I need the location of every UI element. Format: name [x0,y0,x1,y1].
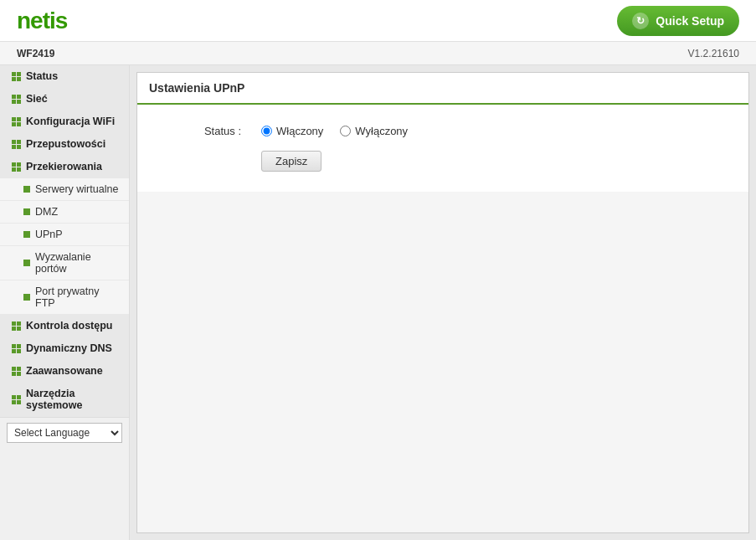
disabled-radio-label[interactable]: Wyłączony [340,125,408,137]
status-label: Status : [151,118,251,144]
sidebar-item-status[interactable]: Status [0,65,129,88]
narzedzia-icon [12,395,21,404]
sidebar-item-przekierowania[interactable]: Przekierowania [0,156,129,178]
sidebar-item-zaawansowane[interactable]: Zaawansowane [0,360,129,383]
sidebar-item-label: Zaawansowane [26,365,103,377]
sidebar-item-serwery-wirtualne[interactable]: Serwery wirtualne [0,178,129,201]
logo-text: netis [17,8,67,33]
quick-setup-label: Quick Setup [656,14,724,28]
kontrola-icon [12,321,21,331]
sidebar-item-label: Status [26,70,58,82]
save-label-cell [151,144,251,178]
content-inner: Ustawienia UPnP Status : Włączony [136,72,749,533]
content-body: Status : Włączony Wyłączony [137,105,748,192]
sidebar-item-przepustowosci[interactable]: Przepustowości [0,133,129,156]
logo: netis [17,8,67,34]
sidebar-item-label: Kontrola dostępu [26,320,112,332]
status-icon [12,72,21,81]
sidebar-item-konfiguracja-wifi[interactable]: Konfiguracja WiFi [0,111,129,133]
version: V1.2.21610 [688,48,739,59]
sidebar-item-label: Serwery wirtualne [35,183,118,195]
sidebar-item-narzedzia-systemowe[interactable]: Narzędzia systemowe [0,383,129,417]
status-radio-group: Włączony Wyłączony [261,125,725,137]
siec-icon [12,95,21,104]
sidebar-item-label: UPnP [35,229,63,240]
sidebar: Status Sieć Konfiguracja WiFi Przepustow… [0,65,130,540]
ddns-icon [12,344,21,353]
sidebar-item-dmz[interactable]: DMZ [0,201,129,224]
przekierowania-icon [12,162,21,172]
enabled-label: Włączony [276,125,323,137]
header: netis ↻ Quick Setup [0,0,756,42]
sidebar-item-label: Narzędzia systemowe [26,388,121,411]
sub-header: WF2419 V1.2.21610 [0,42,756,65]
save-button-cell: Zapisz [251,144,735,178]
dmz-icon [23,208,30,215]
przepustowosci-icon [12,140,21,149]
port-icon [23,294,30,301]
language-select-wrapper: Select Language English Polski Deutsch F… [0,417,129,448]
disabled-label: Wyłączony [355,125,408,137]
content-area: Ustawienia UPnP Status : Włączony [130,65,756,540]
wyzwalanie-icon [23,260,30,266]
device-name: WF2419 [17,48,54,59]
disabled-radio[interactable] [340,126,351,136]
main-layout: Status Sieć Konfiguracja WiFi Przepustow… [0,65,756,540]
sidebar-item-label: Wyzwalanie portów [35,251,121,275]
sidebar-item-label: DMZ [35,206,58,218]
sidebar-item-label: Przepustowości [26,138,105,150]
sidebar-item-label: Dynamiczny DNS [26,342,112,354]
status-controls: Włączony Wyłączony [251,118,735,144]
quick-setup-icon: ↻ [632,13,649,29]
wifi-icon [12,117,21,126]
sidebar-item-port-prywatny-ftp[interactable]: Port prywatny FTP [0,280,129,315]
zaawansowane-icon [12,367,21,376]
content-title: Ustawienia UPnP [137,73,748,105]
sidebar-item-upnp[interactable]: UPnP [0,224,129,246]
enabled-radio-label[interactable]: Włączony [261,125,323,137]
sidebar-item-label: Konfiguracja WiFi [26,116,115,127]
form-table: Status : Włączony Wyłączony [151,118,735,178]
serwery-icon [23,186,30,193]
upnp-icon [23,231,30,238]
sidebar-item-label: Sieć [26,93,48,105]
sidebar-item-siec[interactable]: Sieć [0,88,129,111]
sidebar-item-kontrola-dostepu[interactable]: Kontrola dostępu [0,315,129,337]
language-select[interactable]: Select Language English Polski Deutsch F… [7,423,122,443]
save-row: Zapisz [151,144,735,178]
sidebar-item-label: Port prywatny FTP [35,285,121,309]
sidebar-item-dynamiczny-dns[interactable]: Dynamiczny DNS [0,337,129,360]
status-row: Status : Włączony Wyłączony [151,118,735,144]
sidebar-item-label: Przekierowania [26,161,102,172]
enabled-radio[interactable] [261,126,272,136]
save-button[interactable]: Zapisz [261,151,321,172]
quick-setup-button[interactable]: ↻ Quick Setup [617,6,739,36]
sidebar-item-wyzwalanie-portow[interactable]: Wyzwalanie portów [0,246,129,280]
